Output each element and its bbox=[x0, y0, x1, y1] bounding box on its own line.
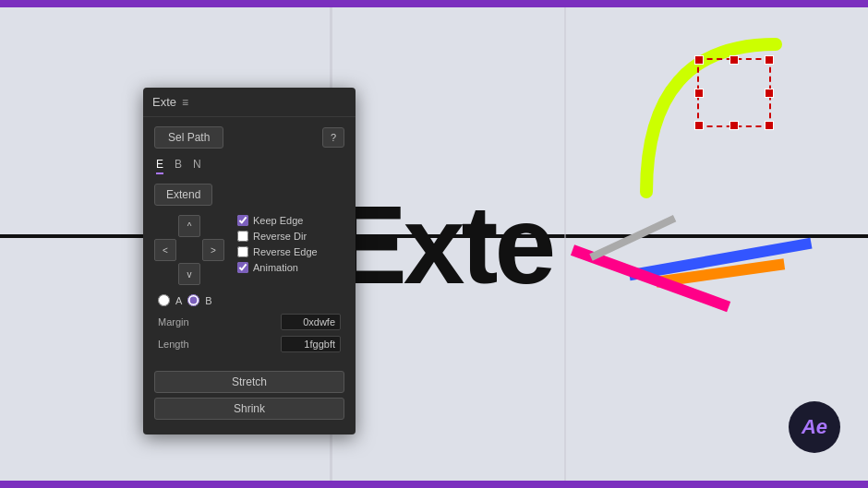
dir-down-button[interactable]: v bbox=[178, 263, 200, 285]
handle-ml bbox=[694, 89, 704, 98]
checkbox-reverse-dir[interactable]: Reverse Dir bbox=[237, 231, 318, 242]
vertical-line-right bbox=[564, 7, 566, 481]
panel-header: Exte ≡ bbox=[143, 88, 356, 117]
radio-a-label: A bbox=[175, 295, 182, 306]
handle-mr bbox=[765, 89, 774, 98]
handle-bl bbox=[694, 121, 704, 130]
tab-b[interactable]: B bbox=[175, 158, 182, 174]
dir-empty-tl bbox=[154, 215, 176, 237]
margin-input[interactable] bbox=[281, 314, 341, 330]
exte-text: Exte bbox=[333, 189, 552, 300]
checkbox-animation-label: Animation bbox=[253, 262, 298, 273]
tab-row: E B N bbox=[154, 158, 344, 174]
handle-tl bbox=[694, 55, 704, 65]
shrink-button[interactable]: Shrink bbox=[154, 398, 344, 420]
dir-up-button[interactable]: ^ bbox=[178, 215, 200, 237]
two-col-layout: ^ < > v Keep Edge Reverse Dir bbox=[154, 215, 344, 294]
dir-empty-br bbox=[202, 263, 224, 285]
dir-empty-bl bbox=[154, 263, 176, 285]
selection-box bbox=[697, 58, 771, 127]
checkbox-group: Keep Edge Reverse Dir Reverse Edge Anima… bbox=[234, 215, 318, 273]
dir-right-button[interactable]: > bbox=[202, 239, 224, 261]
checkbox-animation[interactable]: Animation bbox=[237, 262, 318, 273]
bottom-bar bbox=[0, 481, 868, 488]
handle-tm bbox=[729, 55, 739, 65]
extend-button-container: Extend bbox=[154, 184, 344, 215]
checkbox-keep-edge-input[interactable] bbox=[237, 215, 248, 226]
radio-a-input[interactable] bbox=[158, 294, 170, 306]
checkbox-keep-edge[interactable]: Keep Edge bbox=[237, 215, 318, 226]
handle-br bbox=[765, 121, 774, 130]
checkbox-reverse-dir-input[interactable] bbox=[237, 231, 248, 242]
length-label: Length bbox=[158, 339, 189, 350]
handle-tr bbox=[765, 55, 774, 65]
dir-pad: ^ < > v bbox=[154, 215, 224, 285]
bottom-buttons: Stretch Shrink bbox=[143, 371, 356, 420]
panel-title: Exte bbox=[152, 95, 176, 109]
checkbox-animation-input[interactable] bbox=[237, 262, 248, 273]
panel: Exte ≡ Sel Path ? E B N Extend ^ < bbox=[143, 88, 356, 434]
checkbox-reverse-edge-label: Reverse Edge bbox=[253, 246, 318, 257]
dir-center bbox=[178, 239, 200, 261]
checkbox-reverse-edge-input[interactable] bbox=[237, 246, 248, 257]
stretch-button[interactable]: Stretch bbox=[154, 371, 344, 393]
tab-e[interactable]: E bbox=[156, 158, 163, 174]
ae-logo: Ae bbox=[789, 401, 840, 453]
canvas-area: Exte Ae bbox=[0, 7, 868, 481]
handle-bm bbox=[729, 121, 739, 130]
length-row: Length bbox=[154, 336, 344, 352]
radio-row: A B bbox=[154, 294, 344, 306]
sel-path-row: Sel Path ? bbox=[154, 126, 344, 149]
ae-logo-text: Ae bbox=[802, 415, 827, 439]
top-bar bbox=[0, 0, 868, 7]
radio-b-label: B bbox=[205, 295, 211, 306]
length-input[interactable] bbox=[281, 336, 341, 352]
panel-body: Sel Path ? E B N Extend ^ < > v bbox=[143, 117, 356, 367]
checkbox-reverse-dir-label: Reverse Dir bbox=[253, 231, 307, 242]
radio-b-input[interactable] bbox=[187, 294, 199, 306]
tab-n[interactable]: N bbox=[193, 158, 201, 174]
sel-path-button[interactable]: Sel Path bbox=[154, 126, 223, 149]
margin-label: Margin bbox=[158, 316, 189, 327]
dir-left-button[interactable]: < bbox=[154, 239, 176, 261]
checkbox-reverse-edge[interactable]: Reverse Edge bbox=[237, 246, 318, 257]
margin-row: Margin bbox=[154, 314, 344, 330]
dir-empty-tr bbox=[202, 215, 224, 237]
panel-menu-icon[interactable]: ≡ bbox=[182, 96, 188, 109]
checkbox-keep-edge-label: Keep Edge bbox=[253, 215, 303, 226]
help-button[interactable]: ? bbox=[322, 127, 344, 148]
extend-button[interactable]: Extend bbox=[154, 184, 212, 206]
